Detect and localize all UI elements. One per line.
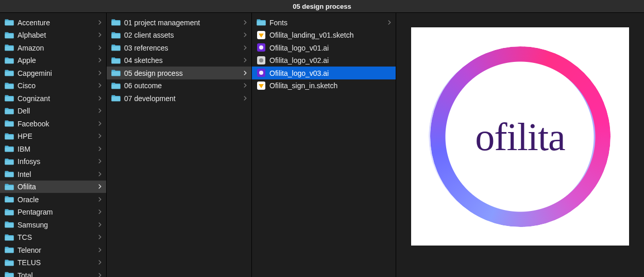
folder-icon: [4, 56, 14, 65]
chevron-right-icon: [242, 71, 248, 75]
folder-icon: [4, 157, 14, 166]
folder-item[interactable]: Intel: [0, 168, 106, 181]
folder-item[interactable]: Oracle: [0, 193, 106, 206]
logo-text: ofilita: [475, 114, 565, 159]
item-label: Dell: [18, 106, 97, 115]
folder-icon: [4, 194, 14, 204]
folder-item[interactable]: 01 project management: [107, 16, 251, 29]
folder-icon: [4, 43, 14, 52]
column-1: AccentureAlphabetAmazonAppleCapgeminiCis…: [0, 13, 107, 277]
item-label: Cognizant: [18, 94, 97, 103]
folder-item[interactable]: IBM: [0, 142, 106, 155]
item-label: 04 sketches: [124, 56, 242, 64]
folder-item[interactable]: TCS: [0, 231, 106, 244]
file-item[interactable]: Ofilita_sign_in.sketch: [252, 79, 396, 92]
folder-item[interactable]: 07 development: [107, 92, 251, 105]
chevron-right-icon: [97, 235, 103, 239]
sketch-file-icon: [256, 30, 266, 40]
chevron-right-icon: [97, 134, 103, 138]
folder-icon: [4, 169, 14, 178]
chevron-right-icon: [97, 197, 103, 202]
folder-item[interactable]: Samsung: [0, 218, 106, 231]
chevron-right-icon: [97, 184, 103, 189]
folder-item[interactable]: Total: [0, 269, 106, 277]
folder-item[interactable]: Telenor: [0, 243, 106, 256]
folder-icon: [111, 81, 121, 90]
folder-icon: [111, 93, 121, 103]
chevron-right-icon: [97, 71, 103, 75]
item-label: Pentagram: [18, 207, 97, 216]
folder-icon: [4, 106, 14, 116]
item-label: Intel: [18, 170, 97, 178]
item-label: Apple: [18, 56, 97, 64]
item-label: Ofilita_logo_v02.ai: [269, 56, 393, 64]
folder-item[interactable]: HPE: [0, 130, 106, 143]
folder-icon: [4, 68, 14, 77]
folder-item[interactable]: 04 sketches: [107, 54, 251, 67]
folder-item[interactable]: Accenture: [0, 16, 106, 29]
item-label: 01 project management: [124, 18, 242, 27]
folder-item[interactable]: Infosys: [0, 155, 106, 168]
folder-icon: [4, 93, 14, 103]
item-label: Total: [18, 271, 97, 277]
file-item[interactable]: Ofilita_logo_v01.ai: [252, 41, 396, 54]
item-label: Ofilita_landing_v01.sketch: [269, 30, 393, 39]
chevron-right-icon: [97, 248, 103, 252]
illustrator-file-icon: [256, 43, 266, 52]
folder-item[interactable]: Fonts: [252, 16, 396, 29]
folder-icon: [4, 258, 14, 267]
folder-item[interactable]: Cisco: [0, 79, 106, 92]
folder-item[interactable]: Facebook: [0, 117, 106, 130]
item-label: Ofilita: [18, 182, 97, 191]
preview-column: ofilita: [396, 13, 644, 277]
folder-item[interactable]: Alphabet: [0, 29, 106, 42]
folder-item[interactable]: Apple: [0, 54, 106, 67]
folder-icon: [111, 56, 121, 65]
folder-item[interactable]: Dell: [0, 105, 106, 118]
folder-icon: [4, 119, 14, 128]
item-label: 02 client assets: [124, 30, 242, 39]
chevron-right-icon: [386, 20, 393, 25]
folder-item[interactable]: 06 outcome: [107, 79, 251, 92]
item-label: 05 design process: [124, 69, 242, 77]
item-label: 03 references: [124, 43, 242, 52]
folder-item[interactable]: Cognizant: [0, 92, 106, 105]
item-label: Alphabet: [18, 30, 97, 39]
chevron-right-icon: [242, 83, 248, 88]
chevron-right-icon: [97, 32, 103, 37]
item-label: IBM: [18, 144, 97, 153]
folder-icon: [4, 182, 14, 191]
chevron-right-icon: [242, 32, 248, 37]
folder-icon: [111, 68, 121, 77]
folder-item[interactable]: TELUS: [0, 256, 106, 269]
folder-icon: [4, 220, 14, 229]
file-item[interactable]: Ofilita_landing_v01.sketch: [252, 29, 396, 42]
item-label: Cisco: [18, 81, 97, 90]
item-label: Ofilita_sign_in.sketch: [269, 81, 393, 90]
file-item[interactable]: Ofilita_logo_v03.ai: [252, 67, 396, 79]
chevron-right-icon: [97, 108, 103, 113]
folder-item[interactable]: Capgemini: [0, 67, 106, 79]
window-title: 05 design process: [0, 0, 644, 13]
file-item[interactable]: Ofilita_logo_v02.ai: [252, 54, 396, 67]
chevron-right-icon: [97, 209, 103, 214]
item-label: Samsung: [18, 220, 97, 229]
sketch-file-icon: [256, 81, 266, 90]
folder-item[interactable]: Amazon: [0, 41, 106, 54]
chevron-right-icon: [97, 58, 103, 62]
folder-item[interactable]: Ofilita: [0, 181, 106, 193]
chevron-right-icon: [97, 260, 103, 265]
chevron-right-icon: [97, 159, 103, 164]
item-label: Oracle: [18, 195, 97, 204]
folder-item[interactable]: 03 references: [107, 41, 251, 54]
folder-item[interactable]: Pentagram: [0, 206, 106, 219]
folder-icon: [4, 207, 14, 217]
folder-item[interactable]: 05 design process: [107, 67, 251, 79]
item-label: Ofilita_logo_v03.ai: [269, 69, 393, 77]
chevron-right-icon: [242, 20, 248, 25]
chevron-right-icon: [242, 58, 248, 62]
illustrator-file-icon: [256, 56, 266, 65]
folder-icon: [4, 132, 14, 141]
folder-item[interactable]: 02 client assets: [107, 29, 251, 42]
item-label: 06 outcome: [124, 81, 242, 90]
